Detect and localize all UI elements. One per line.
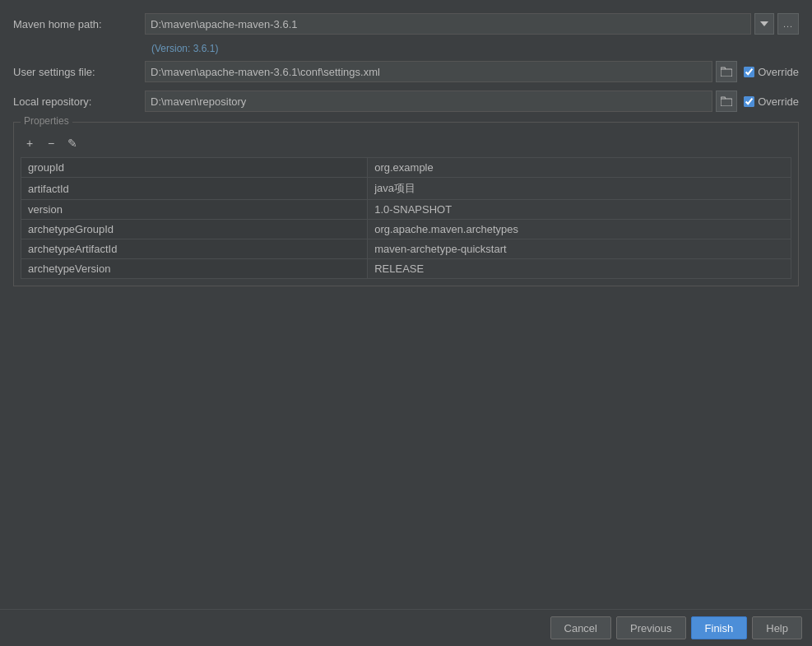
user-settings-controls: Override [145,61,799,82]
user-settings-label: User settings file: [13,66,145,78]
table-row[interactable]: archetypeVersionRELEASE [21,259,791,279]
table-row[interactable]: artifactIdjava项目 [21,178,791,200]
prop-value: RELEASE [368,259,791,279]
props-toolbar: + − ✎ [21,134,791,152]
maven-home-ellipsis-btn[interactable]: ... [777,13,799,35]
local-repo-override-checkbox[interactable] [744,96,754,107]
properties-table: groupIdorg.exampleartifactIdjava项目versio… [21,157,791,279]
prop-key: version [21,200,368,220]
help-button[interactable]: Help [752,616,802,639]
prop-key: archetypeVersion [21,259,368,279]
finish-button[interactable]: Finish [691,616,748,639]
svg-rect-1 [721,99,732,106]
local-repo-override-wrap: Override [744,95,799,108]
user-settings-override-checkbox[interactable] [744,67,754,77]
maven-home-controls: ... [145,13,799,35]
local-repo-label: Local repository: [13,95,145,108]
maven-home-row: Maven home path: ... [13,13,799,35]
table-row[interactable]: version1.0-SNAPSHOT [21,200,791,220]
local-repo-override-label: Override [758,95,799,108]
user-settings-input[interactable] [145,61,712,82]
prop-value: org.example [368,158,791,178]
prop-value: maven-archetype-quickstart [368,239,791,259]
local-repo-row: Local repository: Override [13,91,799,112]
user-settings-browse-btn[interactable] [716,61,737,82]
prop-value: java项目 [368,178,791,200]
local-repo-controls: Override [145,91,799,112]
properties-section: Properties + − ✎ groupIdorg.exampleartif… [13,122,799,286]
previous-button[interactable]: Previous [616,616,686,639]
user-settings-override-wrap: Override [744,66,799,78]
table-row[interactable]: groupIdorg.example [21,158,791,178]
local-repo-input[interactable] [145,91,712,112]
prop-key: groupId [21,158,368,178]
local-repo-browse-btn[interactable] [716,91,737,112]
table-row[interactable]: archetypeGroupIdorg.apache.maven.archety… [21,220,791,239]
prop-value: org.apache.maven.archetypes [368,220,791,239]
cancel-button[interactable]: Cancel [550,616,611,639]
bottom-bar: Cancel Previous Finish Help [0,609,812,646]
maven-home-label: Maven home path: [13,18,145,30]
dialog: Maven home path: ... (Version: 3.6.1) Us… [0,0,812,646]
user-settings-row: User settings file: Override [13,61,799,82]
prop-key: archetypeGroupId [21,220,368,239]
form-area: Maven home path: ... (Version: 3.6.1) Us… [0,0,812,609]
maven-home-input[interactable] [145,13,751,35]
table-row[interactable]: archetypeArtifactIdmaven-archetype-quick… [21,239,791,259]
prop-key: archetypeArtifactId [21,239,368,259]
user-settings-override-label: Override [758,66,799,78]
remove-property-btn[interactable]: − [42,134,60,152]
edit-property-btn[interactable]: ✎ [63,134,81,152]
add-property-btn[interactable]: + [21,134,39,152]
prop-key: artifactId [21,178,368,200]
maven-home-dropdown-btn[interactable] [754,13,774,35]
properties-title: Properties [21,115,72,127]
version-hint: (Version: 3.6.1) [151,43,799,54]
svg-rect-0 [721,69,732,77]
prop-value: 1.0-SNAPSHOT [368,200,791,220]
